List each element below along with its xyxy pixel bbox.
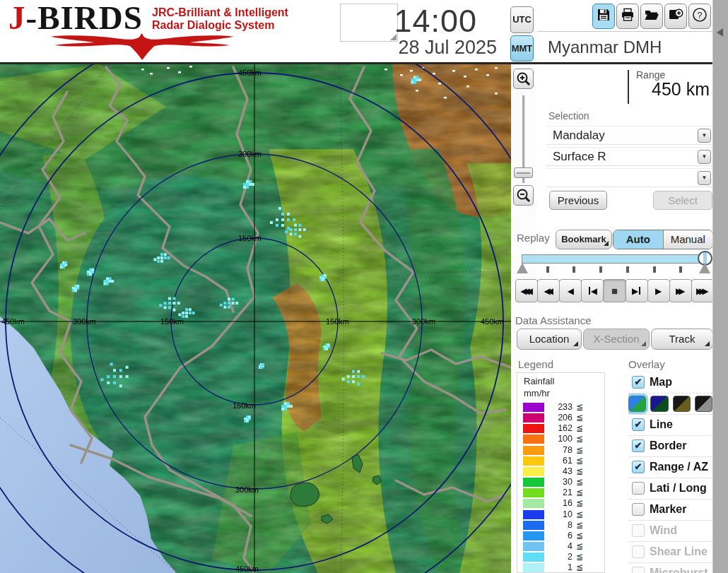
radar-map[interactable]: 450km300km150km150km300km450km450km300km… — [0, 64, 511, 573]
open-button[interactable] — [640, 4, 663, 29]
legend-comparator: ≦ — [576, 521, 583, 530]
chevron-down-icon[interactable]: ▼ — [698, 129, 711, 143]
legend-value: 233 — [544, 403, 573, 412]
legend-row: 30≦ — [517, 478, 605, 488]
overlay-label: Overlay — [628, 358, 665, 370]
legend-comparator: ≦ — [576, 531, 583, 540]
legend-row: 233≦ — [517, 403, 605, 413]
checkbox-range-az[interactable]: ✔ — [632, 461, 645, 473]
product-dropdown[interactable]: Surface R ▼ — [546, 147, 712, 166]
legend-comparator: ≦ — [576, 456, 583, 466]
legend-value: 162 — [544, 424, 573, 433]
map-style-row — [628, 393, 712, 414]
legend-comparator: ≦ — [576, 435, 583, 444]
map-style-swatch-4[interactable] — [695, 396, 712, 412]
legend-comparator: ≦ — [576, 510, 583, 519]
legend-comparator: ≦ — [576, 446, 583, 455]
previous-button[interactable]: Previous — [549, 191, 607, 210]
site-dropdown[interactable]: Mandalay ▼ — [546, 126, 712, 145]
fast-rewind-button[interactable]: ◀◀◀ — [515, 279, 538, 302]
add-image-button[interactable] — [664, 4, 687, 29]
timezone-utc-button[interactable]: UTC — [510, 6, 534, 33]
magnifier-minus-icon — [516, 188, 532, 203]
play-button[interactable]: ▶ — [647, 279, 670, 302]
legend-value: 1 — [544, 563, 573, 572]
replay-mode-auto[interactable]: Auto — [613, 230, 663, 249]
ring-distance-label: 450km — [235, 565, 259, 573]
save-button[interactable] — [592, 4, 615, 29]
legend-row: 16≦ — [517, 499, 605, 509]
step-back-button[interactable]: ◀ — [581, 279, 604, 302]
step-forward-button[interactable]: ▶ — [626, 279, 648, 302]
checkbox-shear-line — [632, 545, 645, 558]
jbirds-app: 450km300km150km150km300km450km450km300km… — [0, 0, 728, 573]
timezone-mmt-button[interactable]: MMT — [510, 35, 534, 61]
panel-collapse-strip[interactable] — [712, 0, 728, 573]
question-mark-icon: ? — [692, 7, 708, 25]
legend-swatch — [523, 563, 544, 572]
legend-row: 78≦ — [517, 446, 605, 456]
overlay-row-map: ✔Map — [628, 372, 712, 393]
legend-value: 78 — [544, 446, 573, 455]
checkbox-line[interactable]: ✔ — [632, 418, 645, 431]
legend-row: 100≦ — [517, 435, 605, 444]
legend-value: 43 — [544, 467, 573, 476]
ring-distance-label: 300km — [235, 485, 259, 494]
legend-swatch — [523, 499, 544, 508]
checkbox-marker[interactable] — [632, 503, 645, 516]
track-button[interactable]: Track — [651, 329, 713, 350]
legend-row: 43≦ — [517, 467, 605, 477]
ring-distance-label: 300km — [73, 317, 96, 326]
option-dropdown[interactable]: ▼ — [546, 168, 712, 187]
printer-icon — [621, 8, 635, 25]
stop-button[interactable]: ■ — [603, 279, 626, 302]
help-button[interactable]: ? — [688, 4, 711, 29]
clock-time: 14:00 — [394, 3, 477, 40]
magnifier-plus-icon — [516, 71, 532, 87]
legend-row: 8≦ — [517, 521, 605, 531]
overlay-item-label: Range / AZ — [650, 457, 708, 477]
map-style-swatch-1[interactable] — [628, 396, 646, 412]
map-style-swatch-2[interactable] — [650, 396, 668, 412]
chevron-down-icon[interactable]: ▼ — [698, 150, 711, 164]
station-logo-placeholder[interactable] — [340, 4, 398, 42]
legend-value: 6 — [544, 531, 573, 540]
chevron-down-icon[interactable]: ▼ — [698, 171, 711, 185]
legend-swatch — [523, 531, 544, 540]
timeline-start-marker[interactable] — [517, 263, 528, 273]
legend-value: 100 — [544, 435, 573, 444]
checkbox-border[interactable]: ✔ — [632, 439, 645, 452]
legend-row: 6≦ — [517, 531, 605, 541]
zoom-out-button[interactable] — [513, 185, 534, 206]
overlay-row-microburst: Microburst — [628, 562, 712, 573]
print-button[interactable] — [616, 4, 639, 29]
overlay-row-wind: Wind — [628, 520, 712, 541]
selection-label: Selection — [548, 110, 589, 122]
ring-distance-label: 450km — [238, 69, 262, 77]
legend-row: 61≦ — [517, 456, 605, 466]
skip-forward-button[interactable]: ▶▶▶ — [691, 279, 714, 302]
legend-swatch — [523, 510, 544, 519]
zoom-slider-thumb[interactable] — [514, 167, 533, 178]
replay-mode-manual[interactable]: Manual — [663, 230, 713, 249]
replay-timeline-track[interactable] — [522, 254, 711, 264]
zoom-in-button[interactable] — [513, 69, 534, 89]
location-button[interactable]: Location — [517, 329, 582, 350]
x-section-button: X-Section — [583, 329, 650, 350]
map-style-swatch-3[interactable] — [673, 396, 691, 412]
logo-tagline: JRC-Brilliant & Intelligent Radar Dialog… — [152, 6, 288, 32]
app-logo-text: J-BIRDS — [8, 0, 143, 35]
timeline-end-marker[interactable] — [699, 263, 710, 273]
checkbox-lati-long[interactable] — [632, 482, 645, 495]
legend-value: 30 — [544, 478, 573, 487]
play-backward-button[interactable]: ◀ — [559, 279, 582, 302]
checkbox-map[interactable]: ✔ — [632, 376, 645, 389]
legend-swatch — [523, 413, 544, 423]
legend-comparator: ≦ — [576, 478, 583, 487]
toolbar-separator — [537, 31, 712, 32]
bookmark-button[interactable]: Bookmark — [556, 230, 612, 249]
fast-forward-button[interactable]: ▶▶ — [669, 279, 692, 302]
legend-row: 4≦ — [517, 542, 605, 552]
rewind-button[interactable]: ◀◀ — [537, 279, 560, 302]
overlay-item-label: Microburst — [650, 563, 708, 573]
